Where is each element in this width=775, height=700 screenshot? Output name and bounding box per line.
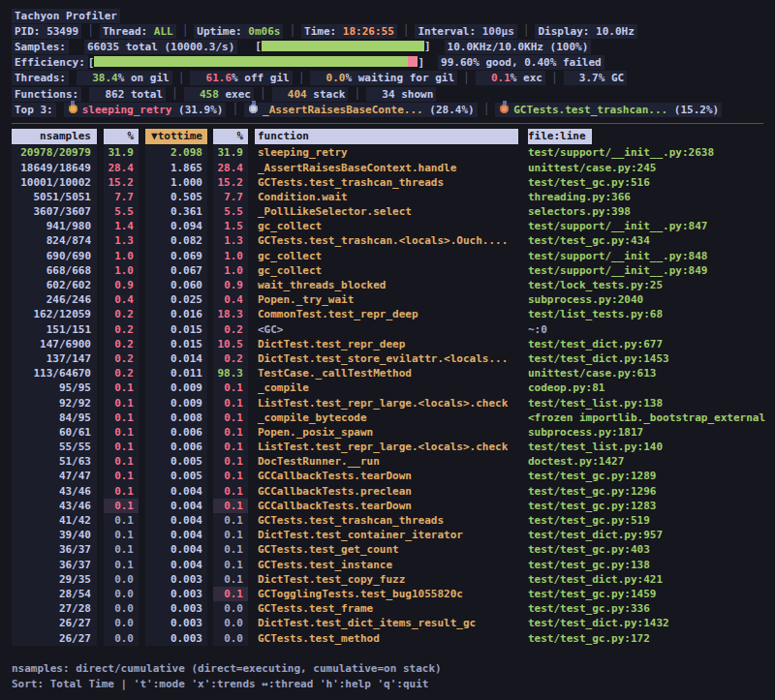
table-row[interactable]: 162/120590.20.01618.3CommonTest.test_rep… (12, 307, 767, 321)
table-row[interactable]: 20978/2097931.92.09831.9sleeping_retryte… (12, 145, 767, 160)
direct-percent-cell: 0.2 (104, 351, 139, 366)
functions-segment: 862 total (89, 87, 166, 102)
functions-segment: 404 stack (272, 87, 349, 102)
function-cell: ListTest.test_repr_large.<locals>.check (255, 440, 518, 454)
table-row[interactable]: 28/540.00.0030.1GCTogglingTests.test_bug… (12, 587, 767, 601)
threads-line: Threads: 38.4% on gil│ 61.6% off gil│ 0.… (12, 71, 767, 86)
table-header-row: nsamples%▼tottime%functionfile:line (12, 129, 767, 144)
app-title: Tachyon Profiler (12, 9, 120, 23)
file-line-cell: test/test_gc.py:138 (528, 558, 767, 572)
column-header-[interactable]: % (104, 129, 139, 144)
functions-suffix: total (124, 88, 163, 101)
threads-segment: 61.6% off gil (190, 71, 292, 85)
direct-percent-cell: 0.1 (104, 528, 139, 542)
table-row[interactable]: 84/950.10.0080.1_compile_bytecode<frozen… (12, 411, 767, 425)
functions-value: 34 (369, 88, 395, 101)
function-cell: gc_collect (255, 263, 518, 278)
threads-segment: 3.7% GC (564, 71, 628, 85)
table-row[interactable]: 824/8741.30.0821.3GCTests.test_trashcan.… (12, 233, 767, 248)
table-row[interactable]: 137/1470.20.0140.2DictTest.test_store_ev… (12, 351, 767, 366)
table-row[interactable]: 55/550.10.0060.1ListTest.test_repr_large… (12, 440, 767, 454)
cumulative-percent-cell: 0.2 (213, 351, 248, 366)
functions-line: Functions: 862 total│ 458 exec│ 404 stac… (12, 86, 767, 102)
table-row[interactable]: 39/400.10.0040.1DictTest.test_container_… (12, 528, 767, 542)
nsamples-cell: 26/27 (12, 631, 97, 646)
function-cell: <GC> (255, 322, 518, 337)
gold-medal-icon (69, 105, 78, 113)
status-value: ALL (154, 25, 173, 38)
status-label: Interval: (418, 25, 481, 38)
table-row[interactable]: 690/6901.00.0691.0gc_collecttest/support… (12, 249, 767, 263)
silver-medal-icon (249, 105, 258, 113)
top3-item: sleeping_retry (31.9%) (64, 103, 227, 117)
table-row[interactable]: 26/270.00.0030.0GCTests.test_methodtest/… (12, 631, 767, 646)
table-row[interactable]: 246/2460.40.0250.4Popen._try_waitsubproc… (12, 292, 767, 307)
efficiency-summary: 99.60% good, 0.40% failed (438, 55, 604, 70)
cumulative-percent-cell: 0.0 (213, 616, 248, 630)
threads-value: 3.7 (567, 72, 599, 84)
table-row[interactable]: 36/370.10.0040.1GCTests.test_get_countte… (12, 542, 767, 557)
table-row[interactable]: 151/1510.20.0150.2<GC>~:0 (12, 322, 767, 337)
function-cell: CommonTest.test_repr_deep (255, 307, 518, 321)
column-header-function[interactable]: function (255, 129, 518, 144)
table-row[interactable]: 47/470.10.0050.1GCCallbackTests.tearDown… (12, 469, 767, 483)
table-row[interactable]: 668/6681.00.0671.0gc_collecttest/support… (12, 263, 767, 278)
tottime-cell: 0.003 (145, 631, 207, 646)
table-row[interactable]: 27/280.00.0030.0GCTests.test_frametest/t… (12, 601, 767, 616)
cumulative-percent-cell: 18.3 (213, 307, 248, 321)
table-row[interactable]: 5051/50517.70.5057.7Condition.waitthread… (12, 190, 767, 204)
cumulative-percent-cell: 0.1 (213, 440, 248, 454)
tottime-cell: 0.004 (145, 528, 207, 542)
table-row[interactable]: 41/420.10.0040.1GCTests.test_trashcan_th… (12, 513, 767, 528)
status-segment-display: Display: 10.0Hz (535, 24, 636, 39)
file-line-cell: test/test_dict.py:1432 (528, 616, 767, 630)
table-row[interactable]: 29/350.00.0030.1DictTest.test_copy_fuzzt… (12, 572, 767, 587)
table-row[interactable]: 43/460.10.0040.1GCCallbackTests.tearDown… (12, 499, 767, 513)
direct-percent-cell: 0.1 (104, 469, 139, 483)
table-row[interactable]: 18649/1864928.41.86528.4_AssertRaisesBas… (12, 161, 767, 175)
table-row[interactable]: 51/630.10.0050.1DocTestRunner.__rundocte… (12, 454, 767, 469)
table-row[interactable]: 113/646700.20.01198.3TestCase._callTestM… (12, 366, 767, 380)
cumulative-percent-cell: 0.1 (213, 499, 248, 513)
tottime-cell: 0.025 (145, 292, 207, 307)
efficiency-bar-good-fill (94, 56, 408, 67)
cumulative-percent-cell: 28.4 (213, 161, 248, 175)
column-header-[interactable]: % (213, 129, 248, 144)
functions-value: 404 (275, 88, 307, 101)
column-header-nsamples[interactable]: nsamples (12, 129, 97, 144)
top3-percentage: (28.4%) (429, 104, 474, 116)
nsamples-cell: 29/35 (12, 572, 97, 587)
table-row[interactable]: 602/6020.90.0600.9wait_threads_blockedte… (12, 278, 767, 292)
column-header-file:line[interactable]: file:line (528, 129, 592, 144)
function-cell: DictTest.test_store_evilattr.<locals... (255, 351, 518, 366)
file-line-cell: test/test_gc.py:434 (528, 233, 767, 248)
file-line-cell: selectors.py:398 (528, 204, 767, 219)
table-row[interactable]: 10001/1000215.21.00015.2GCTests.test_tra… (12, 175, 767, 190)
table-row[interactable]: 147/69000.20.01510.5DictTest.test_repr_d… (12, 337, 767, 351)
file-line-cell: test/support/__init__.py:2638 (528, 145, 767, 160)
table-row[interactable]: 92/920.10.0090.1ListTest.test_repr_large… (12, 396, 767, 411)
cumulative-percent-cell: 31.9 (213, 145, 248, 160)
file-line-cell: test/test_gc.py:403 (528, 542, 767, 557)
function-cell: GCTests.test_trashcan.<locals>.Ouch.... (255, 233, 518, 248)
column-header-tottime[interactable]: ▼tottime (145, 129, 207, 144)
tottime-cell: 0.004 (145, 513, 207, 528)
table-row[interactable]: 3607/36075.50.3615.5_PollLikeSelector.se… (12, 204, 767, 219)
nsamples-cell: 39/40 (12, 528, 97, 542)
table-row[interactable]: 95/950.10.0090.1_compilecodeop.py:81 (12, 380, 767, 395)
nsamples-cell: 20978/20979 (12, 145, 97, 160)
nsamples-cell: 137/147 (12, 351, 97, 366)
efficiency-line: Efficiency:[ ] 99.60% good, 0.40% failed (12, 55, 767, 71)
tottime-cell: 0.004 (145, 499, 207, 513)
table-row[interactable]: 26/270.00.0030.0DictTest.test_dict_items… (12, 616, 767, 630)
nsamples-cell: 55/55 (12, 440, 97, 454)
tottime-cell: 0.003 (145, 587, 207, 601)
table-row[interactable]: 43/460.10.0040.1GCCallbackTests.preclean… (12, 484, 767, 499)
table-row[interactable]: 36/370.10.0040.1GCTests.test_instancetes… (12, 558, 767, 572)
table-row[interactable]: 941/9801.40.0941.5gc_collecttest/support… (12, 219, 767, 233)
nsamples-cell: 95/95 (12, 380, 97, 395)
segment-separator-icon: │ (81, 23, 100, 39)
function-cell: DocTestRunner.__run (255, 454, 518, 469)
function-cell: wait_threads_blocked (255, 278, 518, 292)
table-row[interactable]: 60/610.10.0060.1Popen._posix_spawnsubpro… (12, 425, 767, 440)
